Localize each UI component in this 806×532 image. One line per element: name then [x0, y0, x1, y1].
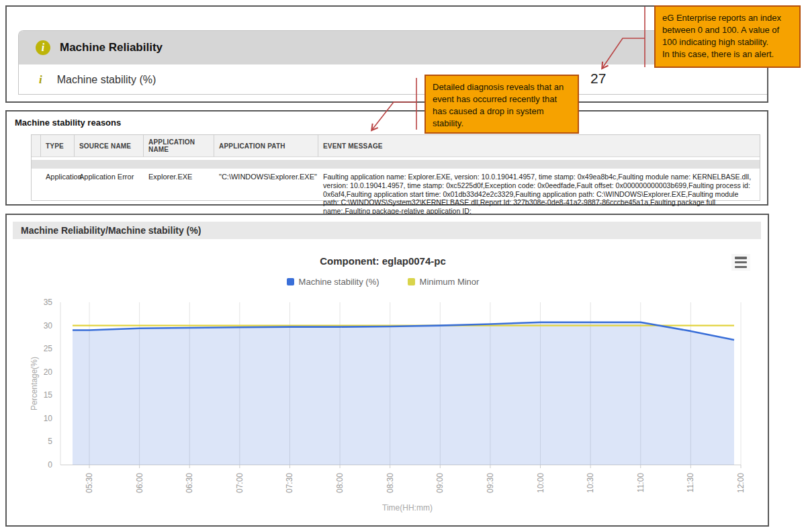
cell-application-name: Explorer.EXE: [144, 171, 214, 181]
callout-text: eG Enterprise reports an index between 0…: [662, 13, 781, 47]
reasons-table: TYPE SOURCE NAME APPLICATION NAME APPLIC…: [31, 134, 760, 201]
chart-title: Component: eglap0074-pc: [7, 255, 759, 267]
cell-source-name: Application Error: [75, 171, 144, 181]
info-icon: i: [39, 73, 42, 87]
svg-text:11:30: 11:30: [686, 473, 695, 492]
callout-text: In this case, there is an alert.: [662, 49, 774, 59]
svg-text:08:30: 08:30: [386, 473, 395, 493]
cell-event-message: Faulting application name: Explorer.EXE,…: [318, 171, 760, 216]
chart-panel-title: Machine Reliability/Machine stability (%…: [13, 222, 761, 239]
table-header-row: TYPE SOURCE NAME APPLICATION NAME APPLIC…: [32, 135, 760, 157]
legend-item-machine-stability[interactable]: Machine stability (%): [287, 277, 379, 287]
svg-text:11:00: 11:00: [636, 473, 645, 492]
callout-text: Detailed diagnosis reveals that an event…: [433, 82, 564, 128]
stability-chart[interactable]: 0510152025303505:3006:0006:3007:0007:300…: [7, 296, 768, 525]
metric-label: Machine stability (%): [57, 74, 156, 86]
chart-menu-icon[interactable]: [731, 254, 750, 271]
svg-text:12:00: 12:00: [736, 473, 746, 493]
chart-legend: Machine stability (%) Minimum Minor: [7, 277, 759, 287]
svg-text:06:30: 06:30: [185, 473, 194, 493]
column-header-event-message[interactable]: EVENT MESSAGE: [318, 135, 760, 157]
stability-chart-panel: Machine Reliability/Machine stability (%…: [5, 214, 769, 527]
column-header-type[interactable]: TYPE: [41, 135, 75, 157]
svg-text:06:00: 06:00: [135, 473, 144, 493]
column-header-source-name[interactable]: SOURCE NAME: [75, 135, 144, 157]
table-group-band: [32, 160, 760, 169]
cell-application-path: "C:\WINDOWS\Explorer.EXE": [214, 171, 318, 181]
svg-text:Percentage(%): Percentage(%): [30, 357, 39, 410]
metric-value: 27: [590, 71, 606, 87]
cell-type: Application: [41, 171, 75, 181]
cell-spacer: [32, 171, 41, 173]
svg-text:07:00: 07:00: [235, 473, 244, 493]
stability-reasons-panel: Machine stability reasons TYPE SOURCE NA…: [5, 110, 768, 206]
callout-index-explanation: eG Enterprise reports an index between 0…: [654, 5, 801, 68]
reasons-title: Machine stability reasons: [15, 118, 121, 128]
column-header-spacer: [32, 135, 41, 157]
svg-text:10:00: 10:00: [536, 473, 545, 493]
column-header-application-name[interactable]: APPLICATION NAME: [144, 135, 214, 157]
svg-text:Time(HH:mm): Time(HH:mm): [382, 503, 433, 513]
svg-text:10: 10: [44, 414, 53, 423]
svg-text:08:00: 08:00: [335, 473, 345, 493]
callout-diagnosis-explanation: Detailed diagnosis reveals that an event…: [424, 75, 579, 134]
info-circle-icon: i: [36, 40, 50, 55]
svg-text:05:30: 05:30: [85, 473, 94, 493]
svg-text:09:30: 09:30: [486, 473, 495, 493]
svg-text:10:30: 10:30: [586, 473, 595, 493]
svg-text:30: 30: [44, 321, 53, 330]
svg-text:5: 5: [48, 437, 52, 446]
column-header-application-path[interactable]: APPLICATION PATH: [214, 135, 318, 157]
svg-text:25: 25: [44, 344, 53, 353]
svg-text:09:00: 09:00: [435, 473, 445, 493]
legend-item-minimum-minor[interactable]: Minimum Minor: [408, 277, 480, 287]
legend-swatch-yellow: [408, 278, 415, 285]
panel-title: Machine Reliability: [60, 41, 163, 54]
svg-text:07:30: 07:30: [285, 473, 294, 493]
legend-label: Minimum Minor: [420, 277, 480, 287]
metric-row[interactable]: i Machine stability (%) 27: [19, 64, 767, 95]
svg-text:20: 20: [44, 367, 53, 377]
legend-label: Machine stability (%): [299, 277, 379, 287]
legend-swatch-blue: [287, 278, 294, 285]
table-row[interactable]: Application Application Error Explorer.E…: [32, 169, 760, 216]
svg-text:15: 15: [44, 390, 53, 400]
svg-text:0: 0: [48, 460, 52, 470]
svg-text:35: 35: [44, 298, 53, 307]
